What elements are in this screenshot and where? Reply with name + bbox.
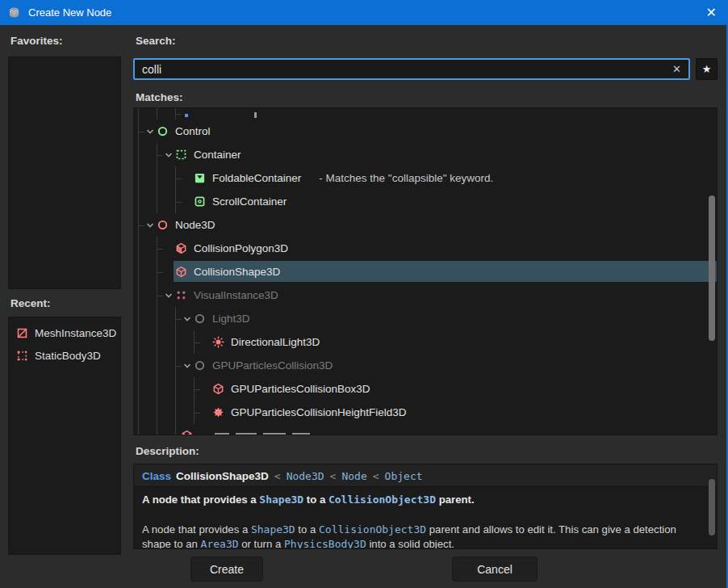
tree-guide-line	[138, 354, 139, 377]
recent-panel[interactable]: MeshInstance3DStaticBody3D	[8, 317, 121, 555]
clipped-node-icon	[181, 430, 194, 435]
tree-guide-line	[138, 284, 139, 307]
cancel-button[interactable]: Cancel	[452, 556, 538, 582]
clipped-row-fragment	[254, 112, 257, 118]
tree-guide-line	[138, 330, 139, 354]
description-panel[interactable]: ClassCollisionShape3D<Node3D<Node<Object…	[133, 464, 718, 549]
tree-scrollbar-thumb[interactable]	[709, 195, 715, 341]
description-text: parent.	[436, 494, 475, 506]
window-title: Create New Node	[28, 6, 111, 19]
class-name: CollisionShape3D	[176, 470, 269, 482]
class-reference: Area3D	[201, 538, 239, 549]
chevron-down-icon[interactable]	[162, 289, 175, 301]
control-icon	[157, 125, 169, 137]
tree-item-CollisionPolygon3D[interactable]: CollisionPolygon3D	[134, 237, 717, 260]
tree-scrollbar[interactable]	[709, 110, 715, 433]
close-icon[interactable]: ✕	[706, 6, 717, 19]
tree-item-label: Container	[194, 149, 241, 161]
class-keyword: Class	[142, 470, 171, 482]
tree-item-partially-scrolled-bottom[interactable]	[134, 424, 717, 435]
gpu-particles-collision3d-icon	[194, 359, 207, 372]
matches-tree[interactable]: ControlContainerFoldableContainer- Match…	[133, 107, 718, 435]
tree-item-CollisionShape3D[interactable]: CollisionShape3D	[134, 260, 717, 284]
godot-logo-icon	[7, 6, 21, 19]
tree-guide-line	[138, 424, 139, 435]
inheritance-separator: <	[274, 470, 281, 482]
create-button[interactable]: Create	[190, 556, 263, 582]
tree-item-ScrollContainer[interactable]: ScrollContainer	[134, 190, 717, 213]
tree-item-Container[interactable]: Container	[134, 143, 717, 166]
tree-guide-line	[157, 307, 157, 330]
visual-instance3d-icon	[175, 289, 188, 301]
clear-search-icon[interactable]: ✕	[672, 63, 681, 75]
inheritance-separator: <	[330, 470, 337, 482]
tree-item-label: DirectionalLight3D	[231, 336, 320, 348]
tree-item-VisualInstance3D[interactable]: VisualInstance3D	[134, 284, 717, 307]
tree-item-Node3D[interactable]: Node3D	[134, 213, 717, 237]
tree-item-Control[interactable]: Control	[134, 120, 717, 143]
recent-label: Recent:	[8, 297, 121, 309]
class-reference: CollisionObject3D	[319, 523, 426, 536]
ancestor-class-link[interactable]: Node	[341, 470, 366, 482]
tree-guide-line	[138, 166, 139, 190]
tree-item-label: FoldableContainer	[212, 172, 301, 184]
dialog-content: Favorites: Recent: MeshInstance3DStaticB…	[0, 25, 728, 556]
ancestor-class-link[interactable]: Object	[385, 470, 423, 482]
description-body: A node that provides a Shape3D to a Coll…	[134, 487, 717, 549]
tree-guide-line	[138, 108, 139, 120]
chevron-down-icon[interactable]	[162, 149, 175, 161]
description-text: to a	[295, 523, 319, 536]
titlebar[interactable]: Create New Node ✕	[0, 0, 728, 25]
recent-item-MeshInstance3D[interactable]: MeshInstance3D	[9, 321, 120, 344]
tree-connector-line	[175, 114, 182, 115]
static-body3d-icon	[16, 350, 28, 362]
chevron-down-icon[interactable]	[181, 313, 194, 325]
dialog-actions: Create Cancel	[0, 556, 728, 588]
tree-guide-line	[157, 354, 157, 377]
tree-guide-line	[138, 190, 139, 213]
directional-light3d-icon	[212, 336, 225, 348]
chevron-down-icon[interactable]	[181, 359, 194, 372]
light3d-icon	[194, 313, 207, 325]
star-icon: ★	[702, 63, 712, 75]
container-icon	[175, 149, 188, 161]
tree-guide-line	[138, 307, 139, 330]
chevron-down-icon[interactable]	[144, 219, 157, 231]
clipped-row-fragment	[263, 433, 286, 435]
favorite-toggle-button[interactable]: ★	[696, 58, 718, 80]
tree-guide-line	[175, 424, 176, 435]
tree-guide-line	[157, 330, 157, 354]
tree-guide-line	[157, 190, 157, 213]
tree-item-label: ScrollContainer	[212, 195, 287, 208]
description-text: into a solid object.	[366, 538, 454, 549]
recent-item-StaticBody3D[interactable]: StaticBody3D	[9, 344, 120, 367]
tree-item-GPUParticlesCollision3D[interactable]: GPUParticlesCollision3D	[134, 354, 717, 377]
tree-item-label: Light3D	[212, 313, 250, 325]
tree-item-label: GPUParticlesCollision3D	[212, 359, 333, 372]
chevron-down-icon[interactable]	[144, 125, 157, 137]
tree-item-label: Control	[175, 125, 211, 137]
clipped-row-fragment	[236, 433, 257, 435]
description-scrollbar-thumb[interactable]	[709, 479, 715, 536]
tree-item-partially-scrolled-top[interactable]	[134, 108, 717, 120]
tree-guide-line	[157, 108, 157, 120]
description-header: ClassCollisionShape3D<Node3D<Node<Object	[134, 464, 717, 487]
tree-item-DirectionalLight3D[interactable]: DirectionalLight3D	[134, 330, 717, 354]
search-input[interactable]: colli ✕	[133, 58, 690, 80]
tree-guide-line	[138, 143, 139, 166]
sidebar: Favorites: Recent: MeshInstance3DStaticB…	[8, 25, 121, 556]
tree-guide-line	[138, 377, 139, 401]
tree-item-FoldableContainer[interactable]: FoldableContainer- Matches the "collapsi…	[134, 166, 717, 190]
class-reference: CollisionObject3D	[328, 494, 436, 506]
clipped-row-fragment	[292, 433, 310, 435]
tree-item-GPUParticlesCollisionBox3D[interactable]: GPUParticlesCollisionBox3D	[134, 377, 717, 401]
ancestor-class-link[interactable]: Node3D	[287, 470, 324, 482]
tree-item-label: GPUParticlesCollisionHeightField3D	[231, 406, 407, 418]
main-column: Search: colli ✕ ★ Matches: ControlContai…	[133, 25, 718, 556]
foldable-container-icon	[194, 172, 207, 184]
description-label: Description:	[133, 445, 718, 457]
tree-item-GPUParticlesCollisionHeightField3D[interactable]: GPUParticlesCollisionHeightField3D	[134, 401, 717, 424]
favorites-panel[interactable]	[8, 57, 121, 289]
tree-item-Light3D[interactable]: Light3D	[134, 307, 717, 330]
description-scrollbar[interactable]	[709, 466, 715, 547]
